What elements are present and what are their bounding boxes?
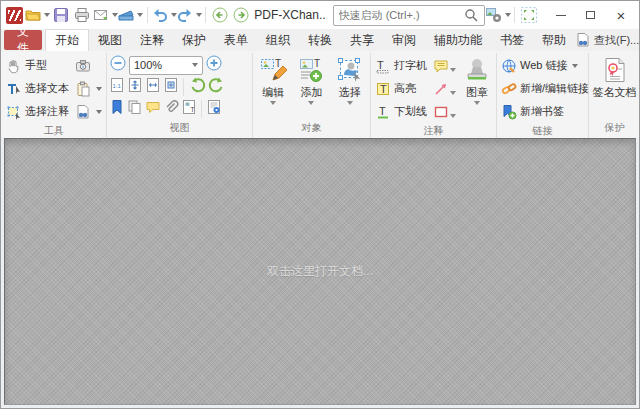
save-button[interactable] [51, 4, 71, 26]
find-label: 查找(F)... [594, 33, 639, 48]
content-pane-button[interactable]: T [181, 99, 197, 119]
tab-review[interactable]: 审阅 [383, 29, 425, 51]
tab-home[interactable]: 开始 [45, 29, 89, 51]
email-button[interactable] [93, 4, 118, 26]
group-object: T 编辑 T 添加 选择 对象 [252, 53, 370, 138]
scan-button[interactable] [118, 4, 143, 26]
group-label-link: 链接 [499, 123, 586, 138]
highlight-button[interactable]: T 高亮 [373, 77, 429, 100]
select-object-button[interactable]: 选择 [332, 54, 368, 105]
divider [205, 7, 206, 23]
stamp-button[interactable]: 图章 [460, 54, 494, 123]
bookmark-pane-icon [109, 99, 125, 115]
thumbnails-pane-button[interactable] [127, 99, 143, 119]
document-frame: 双击这里打开文档... [1, 138, 639, 408]
app-logo-icon [4, 4, 24, 26]
underline-button[interactable]: T 下划线 [373, 100, 429, 123]
print-button[interactable] [72, 4, 92, 26]
group-view: 100% 1:1 T [106, 53, 252, 138]
tab-convert[interactable]: 转换 [299, 29, 341, 51]
arrow-annot-button[interactable] [431, 77, 458, 100]
go-forward-button[interactable] [231, 4, 251, 26]
edit-object-label: 编辑 [262, 85, 284, 100]
highlight-label: 高亮 [394, 81, 416, 96]
typewriter-button[interactable]: T 打字机 [373, 54, 429, 77]
snapshot-button[interactable] [73, 54, 104, 77]
select-comments-icon [6, 104, 22, 120]
web-link-button[interactable]: Web 链接 [499, 54, 586, 77]
attachments-pane-button[interactable] [163, 99, 179, 119]
redo-button[interactable] [177, 4, 202, 26]
note-icon [433, 58, 449, 74]
add-bookmark-button[interactable]: 新增书签 [499, 100, 586, 123]
rotate-cw-button[interactable] [208, 76, 226, 98]
tab-organize[interactable]: 组织 [257, 29, 299, 51]
quick-launch-box[interactable] [333, 5, 485, 26]
underline-icon: T [375, 104, 391, 120]
zoom-in-icon [205, 54, 223, 72]
select-text-button[interactable]: 选择文本 [4, 77, 73, 100]
divider [147, 7, 148, 23]
rotate-ccw-button[interactable] [188, 76, 206, 98]
tab-protect[interactable]: 保护 [173, 29, 215, 51]
zoom-in-button[interactable] [205, 54, 223, 76]
rect-annot-icon [433, 104, 449, 120]
add-bookmark-label: 新增书签 [520, 104, 564, 119]
tab-share[interactable]: 共享 [341, 29, 383, 51]
go-back-button[interactable] [210, 4, 230, 26]
clipboard-icon [75, 81, 91, 97]
fit-visible-button[interactable] [163, 77, 179, 97]
svg-text:T: T [314, 58, 320, 69]
group-label-protect: 保护 [591, 120, 638, 138]
fullscreen-button[interactable] [519, 4, 539, 26]
customize-ui-button[interactable] [486, 4, 511, 26]
add-object-icon: T [297, 56, 325, 84]
fit-width-button[interactable] [145, 77, 161, 97]
add-object-label: 添加 [300, 85, 322, 100]
typewriter-icon: T [375, 58, 391, 74]
comments-pane-button[interactable] [145, 99, 161, 119]
tab-view[interactable]: 视图 [89, 29, 131, 51]
tab-form[interactable]: 表单 [215, 29, 257, 51]
ribbon: 手型 选择文本 选择注释 [1, 51, 639, 138]
bookmarks-pane-button[interactable] [109, 99, 125, 119]
select-comments-button[interactable]: 选择注释 [4, 100, 73, 123]
tab-accessibility[interactable]: 辅助功能 [425, 29, 491, 51]
find-page-icon [575, 32, 591, 48]
group-tools: 手型 选择文本 选择注释 [2, 53, 106, 138]
svg-text:T: T [191, 106, 195, 113]
properties-page-icon [206, 99, 222, 115]
add-object-button[interactable]: T 添加 [293, 54, 329, 105]
tab-help[interactable]: 帮助 [533, 29, 575, 51]
fit-page-button[interactable] [127, 77, 143, 97]
maximize-button[interactable] [576, 1, 606, 29]
close-button[interactable]: × [606, 1, 636, 29]
minimize-button[interactable] [546, 1, 576, 29]
zoom-level-combobox[interactable]: 100% [129, 56, 203, 75]
undo-button[interactable] [151, 4, 176, 26]
group-label-object: 对象 [255, 120, 368, 138]
rect-annot-button[interactable] [431, 100, 458, 123]
zoom-out-button[interactable] [109, 54, 127, 76]
title-bar: PDF-XChan.. × [1, 1, 639, 29]
sticky-note-button[interactable] [431, 54, 458, 77]
add-edit-link-button[interactable]: 新增/编辑链接 [499, 77, 586, 100]
stamp-label: 图章 [466, 85, 488, 100]
quick-launch-input[interactable] [339, 9, 463, 21]
edit-object-button[interactable]: T 编辑 [255, 54, 291, 105]
find-tool-button[interactable] [73, 100, 104, 123]
paste-button[interactable] [73, 77, 104, 100]
app-window: PDF-XChan.. × 文件 开始 视图 注释 保护 表单 组织 转换 共享… [0, 0, 640, 409]
document-area[interactable]: 双击这里打开文档... [4, 138, 636, 405]
tab-file[interactable]: 文件 [4, 30, 42, 50]
svg-text:T: T [379, 105, 386, 117]
find-button[interactable]: 查找(F)... [575, 32, 639, 48]
hand-tool-button[interactable]: 手型 [4, 54, 73, 77]
actual-size-button[interactable]: 1:1 [109, 77, 125, 97]
sign-document-button[interactable]: 签名文档 [591, 54, 638, 100]
properties-pane-button[interactable] [206, 99, 222, 119]
forward-icon [232, 6, 250, 24]
tab-comment[interactable]: 注释 [131, 29, 173, 51]
content-page-icon: T [181, 99, 197, 115]
tab-bookmarks[interactable]: 书签 [491, 29, 533, 51]
